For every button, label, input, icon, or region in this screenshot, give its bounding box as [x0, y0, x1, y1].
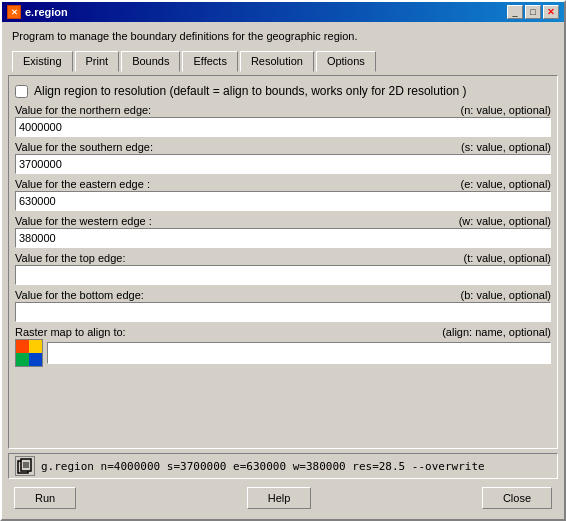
tab-options[interactable]: Options	[316, 51, 376, 72]
top-label: Value for the top edge:	[15, 252, 126, 264]
raster-map-svg	[16, 340, 42, 366]
east-hint: (e: value, optional)	[461, 178, 552, 190]
raster-map-icon	[15, 339, 43, 367]
status-text: g.region n=4000000 s=3700000 e=630000 w=…	[41, 460, 485, 473]
tab-effects[interactable]: Effects	[182, 51, 237, 72]
west-field-group: Value for the western edge : (w: value, …	[15, 215, 551, 248]
north-label: Value for the northern edge:	[15, 104, 151, 116]
tab-existing[interactable]: Existing	[12, 51, 73, 72]
bottom-label-row: Value for the bottom edge: (b: value, op…	[15, 289, 551, 301]
raster-hint: (align: name, optional)	[442, 326, 551, 338]
raster-input-row	[15, 339, 551, 367]
raster-label: Raster map to align to:	[15, 326, 126, 338]
east-input[interactable]	[15, 191, 551, 211]
top-hint: (t: value, optional)	[464, 252, 551, 264]
south-input[interactable]	[15, 154, 551, 174]
window-content: Program to manage the boundary definitio…	[2, 22, 564, 519]
svg-rect-1	[29, 340, 42, 353]
close-window-button[interactable]: ✕	[543, 5, 559, 19]
raster-field-group: Raster map to align to: (align: name, op…	[15, 326, 551, 367]
north-field-group: Value for the northern edge: (n: value, …	[15, 104, 551, 137]
south-label-row: Value for the southern edge: (s: value, …	[15, 141, 551, 153]
south-label: Value for the southern edge:	[15, 141, 153, 153]
north-input[interactable]	[15, 117, 551, 137]
tab-bar: Existing Print Bounds Effects Resolution…	[8, 48, 558, 71]
tab-content-bounds: Align region to resolution (default = al…	[8, 75, 558, 449]
west-hint: (w: value, optional)	[459, 215, 551, 227]
west-label-row: Value for the western edge : (w: value, …	[15, 215, 551, 227]
bottom-field-group: Value for the bottom edge: (b: value, op…	[15, 289, 551, 322]
tab-bounds[interactable]: Bounds	[121, 51, 180, 72]
raster-label-row: Raster map to align to: (align: name, op…	[15, 326, 551, 338]
maximize-button[interactable]: □	[525, 5, 541, 19]
tab-resolution[interactable]: Resolution	[240, 51, 314, 72]
north-hint: (n: value, optional)	[461, 104, 552, 116]
bottom-buttons: Run Help Close	[8, 483, 558, 513]
north-label-row: Value for the northern edge: (n: value, …	[15, 104, 551, 116]
south-field-group: Value for the southern edge: (s: value, …	[15, 141, 551, 174]
bottom-hint: (b: value, optional)	[461, 289, 552, 301]
title-buttons: _ □ ✕	[507, 5, 559, 19]
raster-input[interactable]	[47, 342, 551, 364]
east-field-group: Value for the eastern edge : (e: value, …	[15, 178, 551, 211]
align-checkbox-label: Align region to resolution (default = al…	[34, 84, 467, 98]
west-label: Value for the western edge :	[15, 215, 152, 227]
south-hint: (s: value, optional)	[461, 141, 551, 153]
svg-rect-0	[16, 340, 29, 353]
svg-rect-2	[16, 353, 29, 366]
minimize-button[interactable]: _	[507, 5, 523, 19]
svg-rect-3	[29, 353, 42, 366]
copy-icon	[17, 458, 33, 474]
top-input[interactable]	[15, 265, 551, 285]
align-checkbox-row: Align region to resolution (default = al…	[15, 82, 551, 100]
close-button[interactable]: Close	[482, 487, 552, 509]
help-button[interactable]: Help	[247, 487, 312, 509]
tab-print[interactable]: Print	[75, 51, 120, 72]
align-checkbox[interactable]	[15, 85, 28, 98]
status-bar: g.region n=4000000 s=3700000 e=630000 w=…	[8, 453, 558, 479]
east-label: Value for the eastern edge :	[15, 178, 150, 190]
bottom-label: Value for the bottom edge:	[15, 289, 144, 301]
top-label-row: Value for the top edge: (t: value, optio…	[15, 252, 551, 264]
main-window: ✕ e.region _ □ ✕ Program to manage the b…	[0, 0, 566, 521]
bottom-input[interactable]	[15, 302, 551, 322]
run-button[interactable]: Run	[14, 487, 76, 509]
title-bar: ✕ e.region _ □ ✕	[2, 2, 564, 22]
title-bar-left: ✕ e.region	[7, 5, 68, 19]
east-label-row: Value for the eastern edge : (e: value, …	[15, 178, 551, 190]
status-icon	[15, 456, 35, 476]
description-text: Program to manage the boundary definitio…	[8, 28, 558, 44]
window-title: e.region	[25, 6, 68, 18]
app-icon: ✕	[7, 5, 21, 19]
top-field-group: Value for the top edge: (t: value, optio…	[15, 252, 551, 285]
west-input[interactable]	[15, 228, 551, 248]
